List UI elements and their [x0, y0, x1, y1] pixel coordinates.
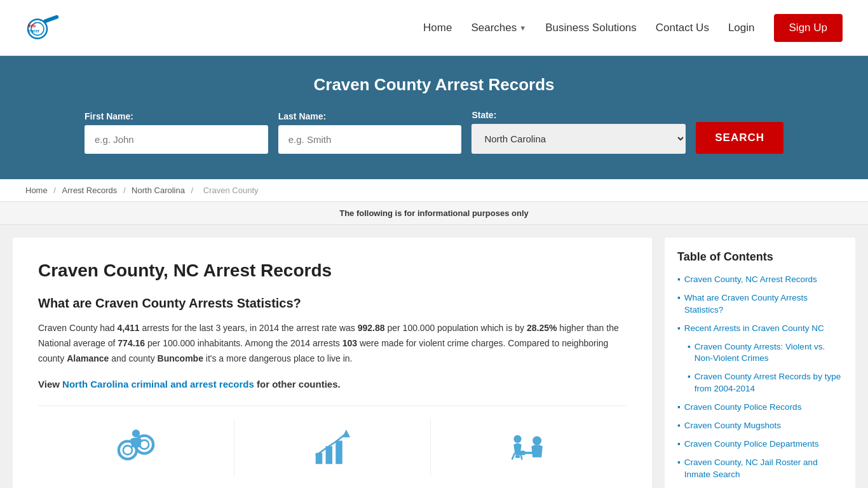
- nav-searches[interactable]: Searches ▼: [471, 22, 526, 34]
- toc-item-4: Craven County Arrest Records by type fro…: [688, 371, 843, 395]
- toc-box: Table of Contents Craven County, NC Arre…: [665, 238, 855, 488]
- svg-point-19: [513, 435, 521, 443]
- stats-paragraph: Craven County had 4,411 arrests for the …: [38, 321, 627, 366]
- view-suffix: for other counties.: [254, 379, 341, 390]
- breadcrumb-north-carolina[interactable]: North Carolina: [132, 186, 185, 195]
- state-group: State: North Carolina Alabama Alaska Ari…: [471, 110, 686, 154]
- chevron-down-icon: ▼: [519, 24, 526, 32]
- nav-contact[interactable]: Contact Us: [656, 22, 709, 34]
- article: Craven County, NC Arrest Records What ar…: [13, 238, 652, 488]
- toc-item-2: Recent Arrests in Craven County NC: [677, 323, 843, 335]
- logo: info tracer: [25, 9, 64, 47]
- stats-text-2: arrests for the last 3 years, in 2014 th…: [140, 323, 358, 333]
- breadcrumb-craven-county: Craven County: [203, 186, 259, 195]
- icons-row: [38, 405, 627, 476]
- breadcrumb-arrest-records[interactable]: Arrest Records: [62, 186, 118, 195]
- state-select[interactable]: North Carolina Alabama Alaska Arizona Ca…: [471, 124, 686, 154]
- first-name-label: First Name:: [85, 111, 268, 121]
- stats-heading: What are Craven County Arrests Statistic…: [38, 296, 627, 311]
- icon-col-gun: [431, 419, 627, 476]
- toc-heading: Table of Contents: [677, 250, 843, 264]
- header: info tracer Home Searches ▼ Business Sol…: [0, 0, 868, 56]
- stats-bold-6: Alamance: [67, 353, 109, 363]
- stats-bold-2: 992.88: [358, 323, 385, 333]
- stats-bold-4: 774.16: [118, 338, 145, 348]
- toc-item-3: Craven County Arrests: Violent vs. Non-V…: [688, 341, 843, 365]
- svg-point-10: [132, 430, 140, 437]
- svg-text:info: info: [28, 23, 36, 27]
- toc-link-2[interactable]: Recent Arrests in Craven County NC: [684, 323, 824, 335]
- toc-link-8[interactable]: Craven County, NC Jail Roster and Inmate…: [684, 457, 843, 481]
- main-content: Craven County, NC Arrest Records What ar…: [0, 225, 868, 488]
- nav-signup[interactable]: Sign Up: [774, 14, 843, 42]
- svg-point-15: [532, 436, 541, 445]
- breadcrumb-sep-1: /: [53, 186, 58, 195]
- stats-text-7: and county: [109, 353, 157, 363]
- toc-item-8: Craven County, NC Jail Roster and Inmate…: [677, 457, 843, 481]
- toc-link-1[interactable]: What are Craven County Arrests Statistic…: [684, 292, 843, 316]
- toc-link-3[interactable]: Craven County Arrests: Violent vs. Non-V…: [695, 341, 843, 365]
- stats-bold-3: 28.25%: [527, 323, 557, 333]
- toc-link-4[interactable]: Craven County Arrest Records by type fro…: [695, 371, 843, 395]
- toc-item-5: Craven County Police Records: [677, 402, 843, 414]
- sidebar: Table of Contents Craven County, NC Arre…: [665, 238, 855, 488]
- handcuffs-icon: [114, 425, 158, 470]
- nc-records-link[interactable]: North Carolina criminal and arrest recor…: [62, 379, 254, 390]
- breadcrumb-home[interactable]: Home: [25, 186, 48, 195]
- last-name-input[interactable]: [278, 125, 462, 154]
- page-title: Craven County Arrest Records: [25, 75, 843, 95]
- toc-link-6[interactable]: Craven County Mugshots: [684, 420, 781, 432]
- info-notice-text: The following is for informational purpo…: [339, 208, 529, 218]
- svg-rect-18: [515, 455, 520, 458]
- icon-col-chart: [234, 419, 431, 476]
- info-notice: The following is for informational purpo…: [0, 202, 868, 225]
- last-name-group: Last Name:: [278, 111, 462, 154]
- nav-home[interactable]: Home: [423, 22, 452, 34]
- toc-item-6: Craven County Mugshots: [677, 420, 843, 432]
- view-prefix: View: [38, 379, 62, 390]
- logo-icon: info tracer: [25, 9, 64, 47]
- breadcrumb: Home / Arrest Records / North Carolina /…: [0, 179, 868, 202]
- search-form: First Name: Last Name: State: North Caro…: [85, 110, 783, 154]
- svg-marker-14: [342, 430, 350, 437]
- svg-rect-12: [326, 446, 333, 464]
- toc-link-7[interactable]: Craven County Police Departments: [684, 438, 819, 451]
- toc-item-0: Craven County, NC Arrest Records: [677, 274, 843, 286]
- stats-text-3: per 100.000 population which is by: [385, 323, 527, 333]
- svg-rect-2: [43, 14, 60, 23]
- svg-point-6: [123, 445, 132, 454]
- toc-link-5[interactable]: Craven County Police Records: [684, 402, 802, 414]
- first-name-input[interactable]: [85, 125, 268, 154]
- last-name-label: Last Name:: [278, 111, 462, 121]
- view-link-paragraph: View North Carolina criminal and arrest …: [38, 376, 627, 393]
- breadcrumb-sep-3: /: [191, 186, 196, 195]
- icon-col-handcuffs: [38, 419, 234, 476]
- stats-bold-1: 4,411: [118, 323, 140, 333]
- stats-bold-5: 103: [342, 338, 357, 348]
- gun-crime-icon: [506, 425, 551, 470]
- nav-business[interactable]: Business Solutions: [545, 22, 637, 34]
- hero-section: Craven County Arrest Records First Name:…: [0, 56, 868, 179]
- nav-searches-link[interactable]: Searches: [471, 22, 517, 34]
- chart-icon: [310, 425, 355, 470]
- stats-text-8: it's a more dangerous place to live in.: [203, 353, 353, 363]
- breadcrumb-sep-2: /: [123, 186, 128, 195]
- stats-bold-7: Buncombe: [158, 353, 203, 363]
- toc-list: Craven County, NC Arrest Records What ar…: [677, 274, 843, 488]
- svg-rect-13: [336, 440, 342, 464]
- nav-login[interactable]: Login: [728, 22, 755, 34]
- svg-line-20: [512, 453, 515, 460]
- svg-text:tracer: tracer: [28, 28, 40, 32]
- stats-text-1: Craven County had: [38, 323, 118, 333]
- stats-text-5: per 100.000 inhabitants. Among the 2014 …: [145, 338, 342, 348]
- toc-link-0[interactable]: Craven County, NC Arrest Records: [684, 274, 817, 286]
- toc-item-7: Craven County Police Departments: [677, 438, 843, 451]
- article-heading: Craven County, NC Arrest Records: [38, 261, 627, 281]
- search-button[interactable]: SEARCH: [696, 122, 783, 154]
- toc-sublist: Craven County Arrests: Violent vs. Non-V…: [677, 341, 843, 396]
- first-name-group: First Name:: [85, 111, 268, 154]
- state-label: State:: [471, 110, 686, 120]
- main-nav: Home Searches ▼ Business Solutions Conta…: [423, 14, 843, 42]
- toc-item-1: What are Craven County Arrests Statistic…: [677, 292, 843, 316]
